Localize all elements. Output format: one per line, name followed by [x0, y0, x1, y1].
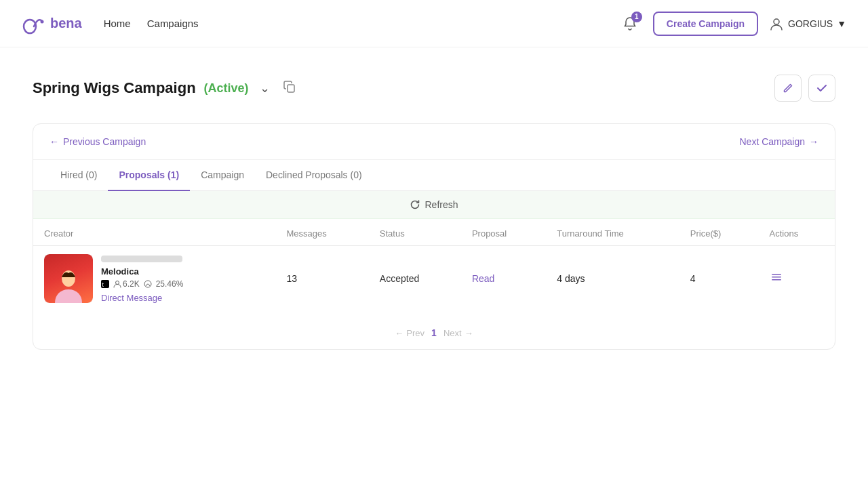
- tiktok-icon: t: [101, 280, 109, 288]
- edit-campaign-button[interactable]: [774, 75, 802, 102]
- create-campaign-button[interactable]: Create Campaign: [653, 12, 758, 36]
- notif-badge: 1: [631, 12, 642, 22]
- notifications-button[interactable]: 1: [618, 12, 642, 36]
- nav-campaigns[interactable]: Campaigns: [147, 18, 199, 29]
- tab-hired[interactable]: Hired (0): [50, 160, 108, 191]
- logo[interactable]: bena: [22, 12, 82, 36]
- messages-cell: 13: [275, 246, 368, 312]
- previous-campaign-link[interactable]: ← Previous Campaign: [50, 136, 146, 147]
- user-name: GORGIUS: [788, 18, 833, 29]
- tiktok-followers: 6.2K: [113, 279, 140, 289]
- svg-point-2: [774, 19, 779, 24]
- engagement-icon: [144, 280, 152, 288]
- next-arrow-icon: →: [465, 328, 473, 338]
- tabs-row: Hired (0) Proposals (1) Campaign Decline…: [33, 160, 835, 191]
- campaign-title: Spring Wigs Campaign: [33, 79, 196, 97]
- status-cell: Accepted: [369, 246, 461, 312]
- chevron-down-icon: ▼: [837, 18, 846, 29]
- col-messages: Messages: [275, 219, 368, 246]
- nav-home[interactable]: Home: [104, 18, 131, 29]
- user-icon: [769, 16, 784, 31]
- tab-proposals[interactable]: Proposals (1): [108, 160, 190, 191]
- svg-point-7: [116, 281, 119, 285]
- logo-text: bena: [50, 16, 82, 31]
- copy-icon: [283, 81, 296, 93]
- main-content: Spring Wigs Campaign (Active) ⌄: [0, 47, 868, 366]
- next-campaign-link[interactable]: Next Campaign →: [740, 136, 819, 147]
- creator-info: Melodica t 6.2K: [101, 254, 183, 303]
- pagination-row: ← Prev 1 Next →: [33, 317, 835, 349]
- campaign-nav-row: ← Previous Campaign Next Campaign →: [33, 124, 835, 160]
- prev-arrow-icon: ←: [395, 328, 403, 338]
- creator-avatar: [44, 254, 93, 303]
- refresh-icon: [410, 199, 420, 210]
- svg-rect-9: [772, 274, 781, 275]
- campaign-title-right: [774, 75, 835, 102]
- actions-menu-button[interactable]: [770, 273, 783, 287]
- arrow-right-icon: →: [809, 136, 818, 147]
- campaign-title-row: Spring Wigs Campaign (Active) ⌄: [33, 75, 835, 102]
- creator-stats: t 6.2K: [101, 279, 183, 289]
- col-proposal: Proposal: [461, 219, 546, 246]
- tab-declined[interactable]: Declined Proposals (0): [255, 160, 373, 191]
- refresh-label: Refresh: [425, 199, 458, 210]
- proposal-cell: Read: [461, 246, 546, 312]
- svg-rect-3: [288, 85, 294, 92]
- turnaround-cell: 4 days: [546, 246, 679, 312]
- checkmark-icon: [816, 83, 827, 94]
- col-turnaround: Turnaround Time: [546, 219, 679, 246]
- svg-point-4: [62, 270, 75, 287]
- proposal-read-link[interactable]: Read: [472, 273, 494, 284]
- table-row: Melodica t 6.2K: [33, 246, 835, 312]
- svg-rect-10: [772, 277, 781, 278]
- price-cell: 4: [679, 246, 759, 312]
- creator-name: Melodica: [101, 266, 183, 277]
- creator-name-bar: [101, 256, 182, 262]
- copy-campaign-button[interactable]: [281, 78, 298, 98]
- engagement-rate: 25.46%: [156, 279, 184, 289]
- followers-icon: [113, 280, 121, 288]
- main-nav: Home Campaigns: [104, 18, 199, 29]
- pencil-icon: [783, 83, 793, 94]
- header-left: bena Home Campaigns: [22, 12, 199, 36]
- list-icon: [770, 270, 783, 284]
- col-status: Status: [369, 219, 461, 246]
- confirm-campaign-button[interactable]: [808, 75, 835, 102]
- user-menu[interactable]: GORGIUS ▼: [769, 16, 846, 31]
- proposals-table: Creator Messages Status Proposal Turnaro…: [33, 219, 835, 317]
- header: bena Home Campaigns 1 Create Campaign GO…: [0, 0, 868, 47]
- actions-cell: [759, 246, 835, 312]
- refresh-bar[interactable]: Refresh: [33, 191, 835, 219]
- svg-rect-11: [772, 279, 781, 281]
- campaign-dropdown-button[interactable]: ⌄: [257, 78, 273, 98]
- next-page-button[interactable]: Next →: [443, 328, 473, 338]
- svg-point-1: [41, 20, 44, 23]
- direct-message-link[interactable]: Direct Message: [101, 293, 183, 303]
- arrow-left-icon: ←: [50, 136, 59, 147]
- campaign-card: ← Previous Campaign Next Campaign → Hire…: [33, 123, 835, 350]
- col-actions: Actions: [759, 219, 835, 246]
- tab-campaign[interactable]: Campaign: [190, 160, 255, 191]
- current-page: 1: [431, 327, 437, 338]
- creator-cell: Melodica t 6.2K: [33, 246, 275, 312]
- header-right: 1 Create Campaign GORGIUS ▼: [618, 12, 846, 36]
- col-price: Price($): [679, 219, 759, 246]
- campaign-title-left: Spring Wigs Campaign (Active) ⌄: [33, 78, 298, 98]
- prev-page-button[interactable]: ← Prev: [395, 328, 425, 338]
- col-creator: Creator: [33, 219, 275, 246]
- campaign-status: (Active): [204, 81, 249, 96]
